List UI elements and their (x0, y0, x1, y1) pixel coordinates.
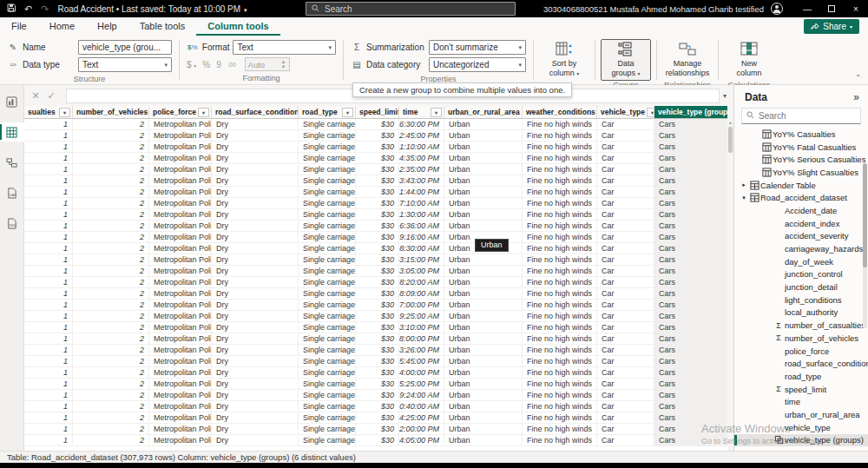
table-cell[interactable]: 2 (73, 209, 149, 221)
table-cell[interactable]: 2 (73, 311, 149, 322)
table-cell[interactable]: Urban (444, 412, 523, 424)
table-cell[interactable]: 8:30:00 AM (399, 243, 444, 254)
table-cell[interactable]: Car (597, 401, 654, 412)
table-cell[interactable]: Dry (212, 300, 299, 311)
table-cell[interactable]: 1 (24, 412, 73, 424)
table-cell[interactable]: 2 (73, 412, 149, 424)
user-avatar-icon[interactable] (771, 3, 783, 15)
table-cell[interactable]: Single carriageway (299, 164, 356, 175)
report-view-button[interactable] (0, 92, 24, 111)
table-cell[interactable]: 2 (73, 119, 149, 130)
table-cell[interactable]: Dry (212, 254, 299, 266)
table-cell[interactable]: Single carriageway (299, 153, 356, 164)
table-cell[interactable]: Metropolitan Police (149, 153, 212, 164)
table-cell[interactable]: Car (597, 142, 654, 153)
table-cell[interactable]: Fine no high winds (523, 254, 597, 266)
table-cell[interactable]: 4:00:00 PM (399, 367, 444, 379)
table-cell[interactable]: Single carriageway (299, 424, 356, 435)
table-cell[interactable]: Dry (212, 198, 299, 209)
table-cell[interactable]: Urban (444, 187, 523, 198)
field-item-number-of-vehicles[interactable]: Σnumber_of_vehicles (734, 332, 868, 345)
table-cell[interactable]: 1 (24, 164, 73, 175)
column-name-input[interactable]: vehicle_type (grou... (78, 40, 172, 55)
minimize-button[interactable]: — (795, 0, 819, 17)
table-cell[interactable]: Urban (444, 130, 523, 142)
column-filter-icon[interactable]: ▾ (198, 108, 209, 117)
table-cell[interactable]: $30 (356, 345, 399, 356)
table-cell[interactable]: 9:16:00 AM (399, 232, 444, 243)
table-cell[interactable]: Dry (212, 333, 299, 345)
table-cell[interactable]: Single carriageway (299, 322, 356, 333)
table-cell[interactable]: 4:35:00 PM (399, 153, 444, 164)
table-cell[interactable]: 2 (73, 345, 149, 356)
model-view-button[interactable] (0, 153, 24, 172)
table-cell[interactable]: $30 (356, 198, 399, 209)
formula-bar-expand-icon[interactable]: ▾ (720, 92, 730, 100)
maximize-button[interactable] (819, 0, 844, 17)
table-cell[interactable]: $30 (356, 356, 399, 367)
table-cell[interactable]: Cars (654, 187, 733, 198)
table-cell[interactable]: Urban (444, 209, 523, 221)
format-select[interactable]: Text▾ (233, 40, 336, 55)
column-header-police-force[interactable]: police_force▾ (149, 106, 212, 118)
account-name[interactable]: 30304068800521 Mustafa Ahmed Mohamed Gha… (543, 4, 764, 14)
datacategory-select[interactable]: Uncategorized▾ (429, 57, 526, 72)
field-item-speed-limit[interactable]: Σspeed_limit (734, 383, 868, 396)
table-cell[interactable]: Metropolitan Police (149, 142, 212, 153)
datatype-select[interactable]: Text▾ (78, 57, 172, 72)
table-cell[interactable]: Car (597, 221, 654, 232)
table-cell[interactable]: 2 (73, 187, 149, 198)
table-cell[interactable]: Urban (444, 356, 523, 367)
table-cell[interactable]: Dry (212, 209, 299, 221)
table-cell[interactable]: Cars (654, 311, 733, 322)
field-item-vehicle-type-groups-[interactable]: vehicle_type (groups) (734, 434, 868, 447)
table-cell[interactable]: $30 (356, 379, 399, 390)
table-cell[interactable]: 9:25:00 AM (399, 311, 444, 322)
collapse-pane-icon[interactable]: » (853, 91, 859, 103)
table-cell[interactable]: Single carriageway (299, 266, 356, 277)
table-cell[interactable]: Cars (654, 322, 733, 333)
table-cell[interactable]: Single carriageway (299, 130, 356, 142)
table-cell[interactable]: 8:00:00 PM (399, 333, 444, 345)
table-cell[interactable]: Dry (212, 175, 299, 187)
table-cell[interactable]: $30 (356, 221, 399, 232)
table-cell[interactable]: Cars (654, 221, 733, 232)
column-header-vehicle-type[interactable]: vehicle_type▾ (597, 106, 654, 118)
field-item-road-type[interactable]: road_type (734, 370, 868, 383)
table-cell[interactable]: $30 (356, 254, 399, 266)
table-cell[interactable]: Single carriageway (299, 412, 356, 424)
table-cell[interactable]: Fine no high winds (523, 356, 597, 367)
table-cell[interactable]: 1 (24, 232, 73, 243)
new-column-button[interactable]: New column (724, 39, 774, 81)
table-cell[interactable]: Car (597, 300, 654, 311)
table-cell[interactable]: Urban (444, 277, 523, 288)
table-cell[interactable]: Fine no high winds (523, 345, 597, 356)
field-item-accident-index[interactable]: accident_index (734, 217, 868, 230)
column-header-time[interactable]: time▾ (399, 106, 444, 118)
table-cell[interactable]: $30 (356, 333, 399, 345)
data-groups-button[interactable]: Data groups ▾ (601, 39, 651, 81)
table-cell[interactable]: 2 (73, 424, 149, 435)
table-cell[interactable]: 3:10:00 PM (399, 322, 444, 333)
table-cell[interactable]: Single carriageway (299, 311, 356, 322)
field-item-road-accident-dataset[interactable]: ▾Road_accident_dataset (734, 191, 868, 204)
table-cell[interactable]: 5:45:00 PM (399, 356, 444, 367)
table-cell[interactable]: Cars (654, 333, 733, 345)
table-cell[interactable]: 1 (24, 198, 73, 209)
field-item-accident-severity[interactable]: accident_severity (734, 230, 868, 243)
table-cell[interactable]: 2 (73, 300, 149, 311)
table-cell[interactable]: Metropolitan Police (149, 266, 212, 277)
table-cell[interactable]: Car (597, 390, 654, 401)
column-filter-icon[interactable]: ▾ (647, 108, 654, 117)
table-cell[interactable]: 1 (24, 311, 73, 322)
table-cell[interactable]: 2 (73, 153, 149, 164)
column-header-sualties[interactable]: sualties▾ (24, 106, 73, 118)
field-item-junction-control[interactable]: junction_control (734, 268, 868, 281)
field-item-yoy-fatal-casualties[interactable]: YoY% Fatal Casualties (734, 141, 868, 154)
column-header-number-of-vehicles[interactable]: number_of_vehicles▾ (73, 106, 149, 118)
field-item-local-authority[interactable]: local_authority (734, 307, 868, 320)
table-cell[interactable]: 6:30:00 PM (399, 119, 444, 130)
table-cell[interactable]: Fine no high winds (523, 367, 597, 379)
table-cell[interactable]: Urban (444, 254, 523, 266)
table-cell[interactable]: Single carriageway (299, 198, 356, 209)
